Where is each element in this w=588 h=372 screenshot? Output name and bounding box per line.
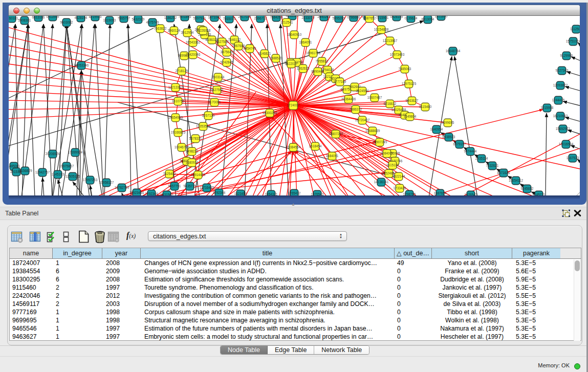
svg-text:10154838: 10154838	[374, 28, 389, 31]
svg-text:0786666: 0786666	[347, 16, 360, 19]
svg-text:2233079: 2233079	[302, 16, 315, 19]
svg-text:5597971: 5597971	[193, 16, 206, 20]
svg-text:18300295: 18300295	[263, 111, 277, 115]
svg-text:9427552: 9427552	[211, 88, 224, 92]
svg-text:3824554: 3824554	[356, 89, 369, 93]
svg-text:3960124: 3960124	[168, 29, 181, 32]
svg-text:12093872: 12093872	[553, 83, 568, 87]
svg-text:10607487: 10607487	[367, 96, 382, 99]
svg-text:19975857: 19975857	[59, 164, 74, 168]
svg-text:1112504: 1112504	[570, 27, 580, 31]
svg-text:1387654: 1387654	[434, 191, 447, 195]
svg-text:9435779: 9435779	[184, 184, 197, 188]
svg-text:15751074: 15751074	[566, 39, 580, 43]
svg-text:15720407: 15720407	[355, 118, 370, 122]
svg-text:1167533: 1167533	[567, 156, 579, 160]
svg-text:2603144: 2603144	[212, 75, 225, 79]
svg-text:9457791: 9457791	[168, 184, 181, 188]
svg-text:3215958: 3215958	[541, 106, 554, 110]
svg-text:14136141: 14136141	[374, 180, 389, 184]
svg-text:8813054: 8813054	[422, 17, 434, 21]
svg-text:23420046: 23420046	[186, 53, 201, 56]
svg-text:2366712: 2366712	[254, 16, 267, 20]
svg-text:2917034: 2917034	[238, 16, 251, 18]
svg-text:20364436: 20364436	[341, 97, 356, 101]
svg-text:2935114: 2935114	[475, 157, 488, 160]
svg-text:1549804: 1549804	[404, 115, 417, 118]
svg-text:8938923: 8938923	[443, 135, 455, 139]
svg-text:1684091: 1684091	[326, 154, 339, 158]
svg-text:15692971: 15692971	[556, 127, 571, 130]
svg-text:1610755: 1610755	[172, 99, 185, 103]
svg-text:7663822: 7663822	[154, 27, 167, 30]
svg-text:18640910: 18640910	[287, 33, 302, 36]
svg-text:12213363: 12213363	[168, 85, 183, 89]
svg-text:1864091: 1864091	[299, 40, 312, 44]
svg-text:16543362: 16543362	[186, 40, 201, 44]
svg-text:5908301: 5908301	[18, 18, 31, 22]
svg-text:8471626: 8471626	[497, 171, 510, 174]
svg-text:9084007: 9084007	[381, 151, 394, 155]
svg-text:8219935: 8219935	[89, 16, 102, 18]
svg-text:9777169: 9777169	[334, 80, 346, 83]
svg-text:1518454: 1518454	[309, 144, 322, 148]
svg-text:9463627: 9463627	[406, 99, 419, 102]
svg-text:19384554: 19384554	[286, 145, 301, 149]
svg-text:16782759: 16782759	[115, 186, 129, 189]
svg-text:2440268: 2440268	[318, 16, 331, 18]
svg-text:6613186: 6613186	[32, 16, 45, 19]
svg-text:19166825: 19166825	[171, 130, 186, 134]
svg-text:15716485: 15716485	[200, 186, 214, 189]
svg-text:7601895: 7601895	[179, 16, 191, 18]
svg-text:7485063: 7485063	[399, 67, 411, 71]
svg-text:17957253: 17957253	[83, 178, 98, 182]
svg-text:9498222: 9498222	[186, 149, 199, 153]
svg-text:1921890: 1921890	[435, 16, 448, 18]
svg-text:1292344: 1292344	[145, 192, 158, 195]
svg-text:2687652: 2687652	[363, 16, 376, 20]
svg-text:12213967: 12213967	[383, 39, 398, 42]
svg-text:6794028: 6794028	[321, 68, 334, 72]
svg-text:9699695: 9699695	[442, 121, 454, 124]
svg-text:7632621: 7632621	[486, 164, 499, 167]
svg-text:6879197: 6879197	[453, 142, 466, 146]
svg-text:3267130: 3267130	[202, 114, 215, 117]
svg-text:3822037: 3822037	[285, 62, 298, 65]
svg-text:18907249: 18907249	[373, 140, 387, 144]
svg-text:1485081: 1485081	[9, 164, 20, 168]
svg-text:17016504: 17016504	[559, 142, 574, 146]
svg-text:1819093: 1819093	[103, 18, 116, 22]
svg-text:0913909: 0913909	[47, 16, 59, 18]
svg-text:10958127: 10958127	[99, 181, 114, 184]
svg-text:1640954: 1640954	[430, 127, 443, 131]
svg-text:1471049: 1471049	[208, 16, 221, 19]
svg-text:6216612: 6216612	[384, 102, 397, 105]
svg-text:7955812: 7955812	[316, 59, 329, 63]
svg-text:7684268: 7684268	[270, 16, 283, 19]
svg-text:11353594: 11353594	[196, 124, 210, 128]
svg-text:0928159: 0928159	[390, 16, 403, 18]
svg-text:7215901: 7215901	[376, 16, 389, 19]
svg-text:7886372: 7886372	[350, 107, 362, 111]
svg-text:7546132: 7546132	[228, 38, 241, 41]
svg-text:1244415: 1244415	[552, 98, 565, 102]
svg-text:19654985: 19654985	[168, 116, 183, 119]
svg-text:2522144: 2522144	[393, 174, 405, 178]
svg-text:5995289: 5995289	[333, 16, 345, 20]
svg-text:7865797: 7865797	[118, 16, 130, 20]
svg-text:4875749: 4875749	[146, 20, 159, 24]
svg-text:9115460: 9115460	[419, 105, 432, 108]
svg-text:12923446: 12923446	[129, 191, 144, 194]
svg-text:5260181: 5260181	[9, 16, 18, 20]
svg-text:9170061: 9170061	[208, 100, 221, 104]
svg-text:23226058: 23226058	[196, 29, 211, 32]
svg-text:3875645: 3875645	[221, 50, 233, 54]
svg-text:12975125: 12975125	[402, 82, 417, 85]
svg-text:17399924: 17399924	[68, 150, 83, 154]
svg-text:9603082: 9603082	[60, 20, 73, 24]
svg-text:20206526: 20206526	[46, 152, 60, 156]
svg-text:12505135: 12505135	[66, 174, 80, 178]
svg-text:16961758: 16961758	[306, 51, 321, 55]
svg-text:16648784: 16648784	[446, 49, 461, 53]
svg-text:9242845: 9242845	[221, 60, 233, 64]
